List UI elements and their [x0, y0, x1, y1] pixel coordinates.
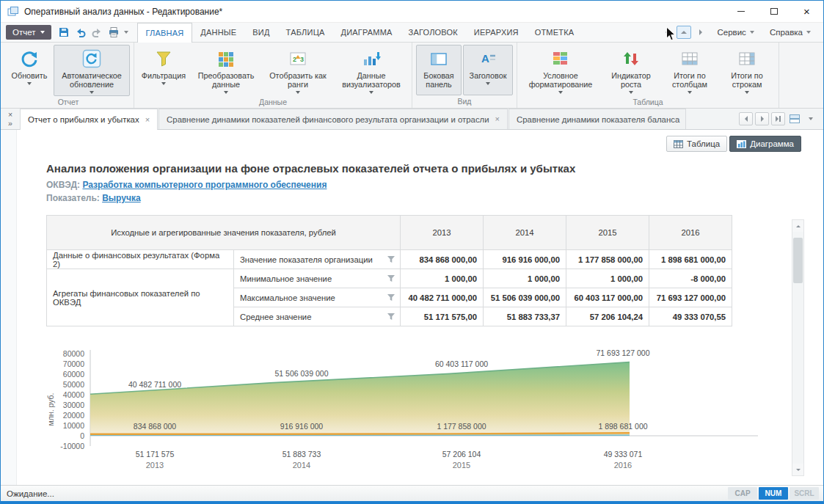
- window-layout-button[interactable]: [787, 112, 801, 125]
- year-header: 2016: [649, 216, 732, 250]
- transform-data-button[interactable]: Преобразовать данные: [191, 45, 261, 96]
- ribbon-tab-header[interactable]: ЗАГОЛОВОК: [401, 23, 466, 42]
- table-value-cell: 51 506 039 000,00: [484, 288, 566, 307]
- help-menu-label: Справка: [770, 28, 803, 37]
- scrollbar-thumb[interactable]: [793, 238, 803, 283]
- button-label: Автоматическое обновление: [56, 71, 128, 89]
- refresh-icon: [20, 48, 39, 69]
- chevron-down-icon: [40, 31, 45, 34]
- conditional-formatting-icon: [551, 48, 570, 69]
- minimize-icon: [737, 11, 745, 12]
- expand-panel-icon[interactable]: »: [8, 119, 12, 128]
- svg-text:A: A: [481, 52, 489, 65]
- row-totals-button[interactable]: Итоги по строкам: [719, 45, 775, 96]
- service-menu[interactable]: Сервис: [710, 24, 760, 40]
- scroll-tabs-left-button[interactable]: [739, 112, 753, 125]
- okved-link[interactable]: Разработка компьютерного программного об…: [82, 180, 327, 190]
- org-value-label: 1 898 681 000: [598, 422, 647, 431]
- redo-button[interactable]: [91, 26, 103, 38]
- maximize-button[interactable]: [757, 1, 790, 22]
- filter-icon[interactable]: [387, 293, 395, 302]
- table-metric-cell: Значение показателя организации: [234, 250, 401, 269]
- print-button[interactable]: [108, 26, 120, 38]
- table-group-cell: Данные о финансовых результатах (Форма 2…: [47, 250, 234, 269]
- y-tick-label: 80000: [63, 349, 84, 358]
- vertical-scrollbar[interactable]: [792, 219, 804, 476]
- max-value-label: 71 693 127 000: [597, 348, 650, 357]
- arrow-up-icon: [681, 31, 687, 34]
- ribbon-tab-table[interactable]: ТАБЛИЦА: [278, 23, 333, 42]
- x-tick-label: 2016: [614, 461, 632, 470]
- scroll-up-button[interactable]: [792, 220, 803, 232]
- scroll-tabs-right-button[interactable]: [755, 112, 769, 125]
- close-panel-icon[interactable]: ×: [8, 110, 12, 119]
- report-menu-button[interactable]: Отчет: [6, 25, 51, 40]
- table-metric-cell: Минимальное значение: [234, 269, 401, 288]
- doc-tab-fin-result-compare[interactable]: Сравнение динамики показателей финансово…: [158, 109, 508, 129]
- header-button[interactable]: A Заголовок: [463, 45, 513, 95]
- service-menu-label: Сервис: [717, 28, 745, 37]
- filter-icon[interactable]: [387, 274, 395, 282]
- side-panel-icon: [429, 48, 448, 69]
- ribbon-tab-data[interactable]: ДАННЫЕ: [192, 23, 244, 42]
- doc-tab-profit-loss[interactable]: Отчет о прибылях и убытках ×: [20, 109, 158, 130]
- column-totals-button[interactable]: Итоги по столбцам: [662, 45, 718, 96]
- ribbon-group-table: Условное форматирование Индикатор роста …: [517, 43, 779, 108]
- ribbon-tab-main[interactable]: ГЛАВНАЯ: [137, 23, 193, 43]
- chevron-down-icon: [809, 117, 813, 120]
- filter-icon[interactable]: [387, 255, 395, 263]
- doc-tab-label: Сравнение динамики показателя баланса: [517, 115, 679, 124]
- ribbon-tab-view[interactable]: ВИД: [244, 23, 277, 42]
- auto-refresh-button[interactable]: Автоматическое обновление: [54, 45, 130, 96]
- table-value-cell: 1 000,00: [566, 269, 649, 288]
- tab-bar-left-controls: × »: [1, 109, 20, 129]
- button-label: Данные визуализаторов: [337, 71, 406, 89]
- chart-view-button[interactable]: Диаграмма: [729, 136, 801, 152]
- filter-icon[interactable]: [387, 313, 395, 321]
- close-tab-icon[interactable]: ×: [145, 116, 150, 124]
- doc-tab-balance-compare[interactable]: Сравнение динамики показателя баланса: [508, 109, 686, 129]
- nav-forward-button[interactable]: [693, 26, 708, 39]
- table-value-cell: 1 898 681 000,00: [649, 250, 732, 269]
- collapse-ribbon-button[interactable]: [677, 26, 691, 39]
- help-menu[interactable]: Справка: [763, 24, 817, 40]
- undo-button[interactable]: [74, 26, 87, 38]
- save-button[interactable]: [58, 26, 70, 38]
- filter-button[interactable]: Фильтрация: [138, 45, 189, 96]
- table-view-label: Таблица: [687, 139, 720, 148]
- table-view-button[interactable]: Таблица: [666, 136, 727, 152]
- side-panel-button[interactable]: Боковая панель: [416, 45, 462, 95]
- ribbon-tab-mark[interactable]: ОТМЕТКА: [527, 23, 583, 42]
- table-value-cell: 60 403 117 000,00: [566, 288, 649, 307]
- tab-list-dropdown-button[interactable]: [803, 112, 817, 125]
- ribbon-tab-hierarchy[interactable]: ИЕРАРХИЯ: [466, 23, 527, 42]
- filter-icon: [154, 48, 173, 69]
- indicator-link[interactable]: Выручка: [102, 193, 140, 203]
- print-dropdown-icon[interactable]: [124, 31, 128, 34]
- ribbon-group-report: Обновить Автоматическое обновление Отчет: [3, 43, 134, 108]
- close-icon: ×: [803, 6, 810, 17]
- conditional-formatting-button[interactable]: Условное форматирование: [521, 45, 600, 96]
- scroll-down-button[interactable]: [792, 464, 803, 475]
- scroll-tabs-last-button[interactable]: [771, 112, 785, 125]
- chevron-down-icon: [558, 91, 563, 94]
- table-value-cell: 51 883 733,37: [484, 307, 566, 326]
- ribbon-tab-chart[interactable]: ДИАГРАММА: [333, 23, 401, 42]
- close-tab-icon[interactable]: ×: [495, 115, 500, 123]
- close-button[interactable]: ×: [790, 1, 823, 22]
- minimize-button[interactable]: [724, 1, 757, 22]
- lock-indicators: CAP NUM SCRL: [728, 487, 823, 500]
- chevron-down-icon: [745, 91, 749, 94]
- refresh-button[interactable]: Обновить: [7, 45, 52, 96]
- window-title: Оперативный анализ данных - Редактирован…: [24, 7, 222, 17]
- button-label: Боковая панель: [418, 71, 459, 89]
- org-value-label: 1 177 858 000: [437, 422, 486, 431]
- table-value-cell: 916 916 000,00: [484, 250, 566, 269]
- visualizer-data-button[interactable]: Данные визуализаторов: [335, 45, 408, 96]
- arrow-down-icon: [796, 469, 801, 471]
- scrollbar-track[interactable]: [792, 232, 803, 464]
- nav-back-button[interactable]: [660, 26, 674, 39]
- app-icon[interactable]: [7, 6, 19, 17]
- show-as-ranks-button[interactable]: 23 Отобразить как ранги: [263, 45, 333, 96]
- growth-indicator-button[interactable]: Индикатор роста: [602, 45, 660, 96]
